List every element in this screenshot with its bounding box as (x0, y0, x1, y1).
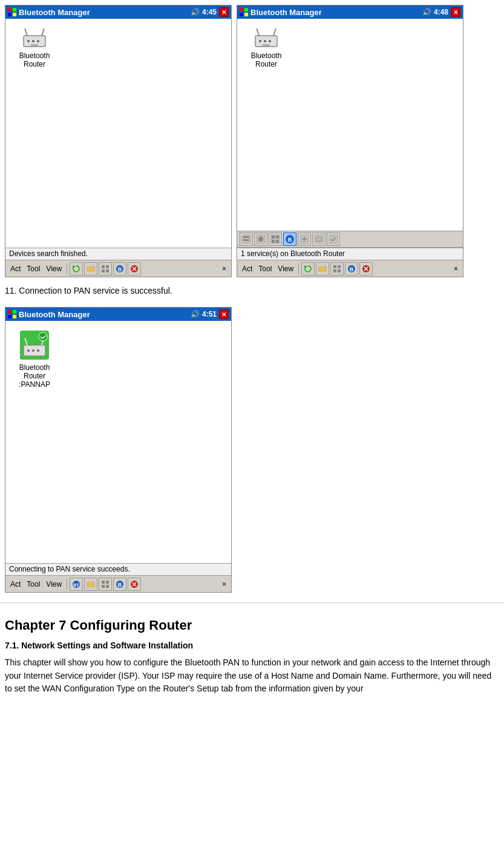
svg-rect-72 (106, 581, 109, 584)
chapter-title: Chapter 7 Configuring Router (5, 618, 499, 633)
svg-line-6 (42, 28, 44, 36)
folder-btn-right[interactable] (316, 262, 329, 275)
svg-rect-49 (338, 265, 341, 268)
titlebar-left: Bluetooth Manager 🔊 4:45 ✕ (5, 5, 231, 19)
toolbar-left: Act Tool View (5, 260, 231, 277)
grid-btn-left[interactable] (99, 262, 112, 275)
menu-tool-bottom[interactable]: Tool (24, 579, 42, 589)
svg-text:B: B (350, 266, 354, 272)
toolbar-bottom: Act Tool View BT (5, 575, 231, 592)
close-btn-bottom[interactable]: ✕ (219, 309, 229, 319)
toolbar-right: Act Tool View (237, 260, 463, 277)
svg-rect-23 (240, 13, 243, 16)
windows-icon-left (8, 8, 16, 16)
volume-icon-left: 🔊 (191, 8, 200, 16)
svg-rect-71 (102, 581, 105, 584)
connection-success-text: 11. Connection to PAN service is success… (5, 286, 172, 295)
close-btn-left[interactable]: ✕ (219, 7, 229, 17)
services-toolbar-right: B (237, 231, 463, 248)
svg-rect-51 (338, 269, 341, 272)
svg-rect-3 (13, 13, 16, 16)
svg-rect-73 (102, 585, 105, 588)
toolbar-close-bottom[interactable]: × (220, 579, 229, 589)
svg-rect-60 (13, 315, 16, 318)
svg-rect-0 (8, 8, 11, 12)
svg-line-27 (273, 28, 276, 36)
time-right: 4:48 (434, 8, 448, 16)
router-icon-right (252, 26, 281, 50)
svc-btn-3[interactable] (269, 232, 282, 246)
refresh-btn-right[interactable] (301, 262, 315, 275)
svc-btn-5[interactable] (298, 232, 311, 246)
router-icon-left (20, 26, 49, 50)
menu-view-bottom[interactable]: View (44, 579, 64, 589)
menu-act-bottom[interactable]: Act (8, 579, 23, 589)
screenshots-top-row: Bluetooth Manager 🔊 4:45 ✕ (0, 0, 504, 277)
xcircle-btn-left[interactable] (128, 262, 141, 275)
svg-point-65 (27, 349, 30, 352)
svg-rect-57 (8, 310, 11, 314)
svg-line-26 (257, 28, 259, 36)
grid-btn-right[interactable] (330, 262, 344, 275)
bt-connected-btn-bottom[interactable]: BT (70, 578, 83, 591)
folder-btn-left[interactable] (84, 262, 97, 275)
menu-view-left[interactable]: View (44, 264, 64, 274)
svc-btn-1[interactable] (240, 232, 253, 246)
menu-tool-left[interactable]: Tool (24, 264, 42, 274)
svc-btn-7[interactable] (327, 232, 340, 246)
volume-icon-right: 🔊 (422, 8, 431, 16)
close-btn-right[interactable]: ✕ (451, 7, 460, 17)
time-bottom: 4:51 (202, 310, 217, 318)
xcircle-btn-bottom[interactable] (128, 578, 141, 591)
windows-icon-right (240, 8, 248, 16)
screen-content-right: BluetoothRouter (237, 19, 463, 231)
statusbar-left: Devices search finished. (5, 248, 231, 260)
bluetooth-btn-right[interactable]: B (345, 262, 358, 275)
screenshot-bottom-container: Bluetooth Manager 🔊 4:51 ✕ (0, 307, 504, 593)
svg-rect-1 (13, 8, 16, 12)
svg-rect-21 (240, 8, 243, 12)
menu-act-right[interactable]: Act (240, 264, 255, 274)
grid-btn-bottom[interactable] (99, 578, 112, 591)
svg-rect-10 (31, 44, 38, 46)
bluetooth-btn-left[interactable]: B (113, 262, 126, 275)
svc-btn-4-active[interactable]: B (283, 232, 296, 246)
svg-rect-46 (329, 235, 338, 243)
svg-point-28 (259, 40, 261, 42)
toolbar-close-right[interactable]: × (451, 264, 460, 274)
windows-icon-bottom (8, 310, 16, 318)
device-item-left[interactable]: BluetoothRouter (10, 24, 59, 71)
svg-rect-12 (102, 265, 105, 268)
toolbar-close-left[interactable]: × (220, 264, 229, 274)
screenshot-right: Bluetooth Manager 🔊 4:48 ✕ (237, 5, 463, 277)
device-item-bottom[interactable]: BluetoothRouter:PANNAP (10, 326, 59, 391)
svg-rect-14 (102, 269, 105, 272)
svc-btn-2[interactable] (254, 232, 267, 246)
svg-rect-31 (263, 44, 270, 46)
svg-point-29 (264, 40, 266, 42)
toolbar-icons-left: B (70, 262, 141, 275)
section-title: 7.1. Network Settings and Software Insta… (5, 641, 499, 650)
bluetooth-btn-bottom[interactable]: B (113, 578, 126, 591)
chapter-section: Chapter 7 Configuring Router 7.1. Networ… (0, 602, 504, 703)
svg-text:B: B (118, 266, 122, 272)
refresh-btn-left[interactable] (70, 262, 83, 275)
screen-content-left: BluetoothRouter (5, 19, 231, 248)
svg-rect-15 (106, 269, 109, 272)
svg-marker-47 (304, 265, 307, 268)
menu-view-right[interactable]: View (275, 264, 296, 274)
titlebar-left-appname: Bluetooth Manager (19, 8, 90, 17)
menu-act-left[interactable]: Act (8, 264, 23, 274)
svg-rect-33 (243, 236, 249, 238)
device-item-right[interactable]: BluetoothRouter (242, 24, 290, 71)
separator-left (67, 263, 67, 274)
svg-rect-38 (272, 236, 275, 239)
svg-marker-11 (73, 265, 76, 268)
svc-btn-6[interactable] (312, 232, 326, 246)
folder-btn-bottom[interactable] (84, 578, 97, 591)
statusbar-right: 1 service(s) on Bluetooth Router (237, 248, 463, 260)
xcircle-btn-right[interactable] (359, 262, 373, 275)
menu-tool-right[interactable]: Tool (256, 264, 274, 274)
titlebar-bottom-appname: Bluetooth Manager (19, 310, 90, 319)
svg-point-36 (258, 237, 263, 242)
